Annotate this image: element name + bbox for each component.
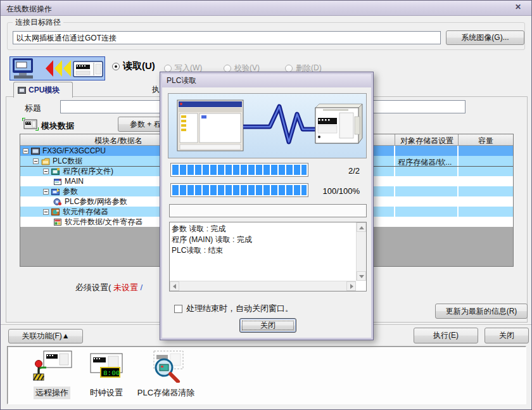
execute-target-label: 执	[152, 84, 160, 95]
plc-data-folder-icon	[41, 157, 50, 165]
parameter-folder-icon	[51, 188, 60, 196]
related-functions-panel: 远程操作 8:00 时钟设置	[7, 346, 526, 404]
tree-expander[interactable]	[43, 209, 49, 215]
tree-expander[interactable]	[43, 169, 49, 174]
connection-group-label: 连接目标路径	[13, 17, 63, 28]
transfer-graphic	[168, 93, 367, 158]
file-progress-label: 2/2	[348, 166, 360, 176]
scroll-left-icon[interactable]	[170, 281, 179, 291]
close-button[interactable]: 关闭	[484, 328, 529, 343]
tree-expander[interactable]	[43, 189, 49, 195]
percent-progress-bar	[170, 183, 308, 197]
related-functions-button[interactable]: 关联功能(F)▲	[8, 329, 83, 343]
execute-button[interactable]: 执行(E)	[414, 328, 478, 343]
cpu-module-icon	[18, 87, 26, 94]
remote-operation-label: 远程操作	[34, 387, 70, 399]
horizontal-scrollbar[interactable]	[170, 281, 356, 291]
module-data-label: 模块数据	[41, 120, 74, 132]
tree-label: PLC参数/网络参数	[65, 196, 127, 207]
tree-label: 软元件数据/文件寄存器	[65, 217, 142, 227]
refresh-info-button[interactable]: 更新为最新的信息(R)	[435, 304, 528, 319]
not-set-label: 未设置	[113, 283, 138, 292]
auto-close-label: 处理结束时，自动关闭窗口。	[186, 303, 293, 314]
vertical-scrollbar[interactable]	[356, 222, 366, 281]
device-data-icon	[53, 218, 62, 226]
titlebar: 在线数据操作 ✕	[1, 1, 531, 16]
auto-close-checkbox[interactable]	[174, 305, 182, 313]
clock-setting-icon: 8:00	[88, 350, 125, 383]
tree-expander[interactable]	[23, 148, 28, 154]
read-direction-graphic	[10, 56, 105, 80]
col-capacity-header[interactable]: 容量	[459, 136, 513, 146]
auto-close-checkbox-row[interactable]: 处理结束时，自动关闭窗口。	[174, 303, 293, 314]
log-line: 参数 读取 : 完成	[172, 224, 355, 234]
radio-circle	[224, 65, 231, 72]
clock-setting-item[interactable]: 8:00 时钟设置	[82, 350, 130, 399]
plc-cpu-icon	[31, 147, 40, 155]
read-log-box[interactable]: 参数 读取 : 完成 程序 (MAIN) 读取 : 完成 PLC读取 : 结束	[169, 222, 367, 291]
plc-device-icon	[315, 104, 362, 143]
current-item-field	[169, 204, 367, 217]
close-icon[interactable]: ✕	[509, 2, 528, 13]
radio-circle	[164, 65, 172, 72]
remote-operation-icon	[31, 350, 73, 383]
plc-read-dialog: PLC读取	[160, 72, 374, 340]
dialog-title: PLC读取	[167, 75, 196, 86]
plc-memory-clear-icon	[145, 350, 187, 383]
plc-parameter-icon	[53, 198, 62, 206]
log-line: PLC读取 : 结束	[172, 245, 355, 256]
radio-circle	[285, 65, 293, 72]
scroll-right-icon[interactable]	[346, 281, 356, 291]
tree-label: PLC数据	[53, 156, 82, 167]
col-target-mem-header[interactable]: 对象存储器设置	[395, 136, 459, 146]
plc-memory-clear-label: PLC存储器清除	[136, 387, 196, 399]
remote-operation-item[interactable]: 远程操作	[20, 350, 84, 399]
clock-setting-label: 时钟设置	[88, 387, 125, 399]
computer-to-plc-icon	[10, 57, 104, 80]
tree-expander[interactable]	[33, 158, 39, 164]
tree-label: 参数	[63, 186, 78, 197]
tree-label: 软元件存储器	[63, 207, 108, 217]
tab-label: CPU模块	[28, 85, 60, 96]
software-window-icon	[177, 100, 243, 151]
tree-label: 程序(程序文件)	[63, 166, 113, 177]
tree-label: FX3G/FX3GCCPU	[42, 146, 106, 155]
program-folder-icon	[51, 167, 60, 176]
online-data-operation-window: 在线数据操作 ✕ 连接目标路径 以太网插板通信通过GOT连接 系统图像(G)..…	[0, 0, 532, 410]
dialog-titlebar: PLC读取	[162, 74, 371, 87]
log-line: 程序 (MAIN) 读取 : 完成	[172, 234, 355, 245]
radio-circle	[112, 63, 120, 70]
dialog-close-button[interactable]: 关闭	[239, 318, 296, 333]
program-file-icon	[53, 177, 62, 186]
percent-progress-label: 100/100%	[322, 186, 360, 196]
required-setting-legend: 必须设置( 未设置 /	[75, 282, 142, 293]
device-memory-icon	[51, 208, 60, 216]
scroll-down-icon[interactable]	[357, 271, 366, 281]
target-memory-cell: 程序存储器/软...	[398, 157, 452, 168]
read-arrows-icon	[46, 60, 53, 77]
module-data-icon	[22, 118, 39, 131]
radio-read[interactable]: 读取(U)	[112, 60, 155, 72]
plc-memory-clear-item[interactable]: PLC存储器清除	[133, 350, 199, 399]
file-progress-bar	[170, 163, 308, 177]
system-image-button[interactable]: 系统图像(G)...	[446, 30, 524, 45]
connection-zigzag-icon	[243, 106, 315, 142]
tree-label: MAIN	[65, 177, 84, 186]
tab-cpu-module[interactable]: CPU模块	[13, 82, 73, 98]
window-title: 在线数据操作	[6, 4, 52, 15]
scroll-up-icon[interactable]	[357, 222, 366, 232]
clock-display: 8:00	[103, 369, 120, 377]
title-label: 标题	[25, 103, 41, 114]
connection-groupbox: 连接目标路径 以太网插板通信通过GOT连接 系统图像(G)...	[7, 22, 525, 50]
connection-path-field[interactable]: 以太网插板通信通过GOT连接	[13, 31, 441, 44]
